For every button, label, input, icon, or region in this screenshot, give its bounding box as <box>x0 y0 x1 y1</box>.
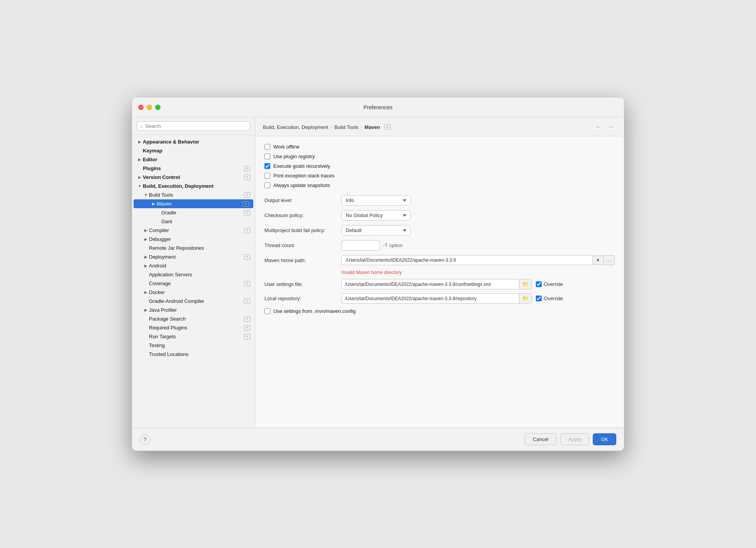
sidebar-item-label: Testing <box>149 342 250 348</box>
local-repo-input[interactable] <box>342 294 519 303</box>
sidebar-item-trusted-locations[interactable]: Trusted Locations <box>132 350 255 359</box>
execute-goals-checkbox[interactable] <box>264 163 270 169</box>
sidebar-item-package-search[interactable]: Package Search ≡ <box>132 314 255 323</box>
search-input-wrap[interactable]: ⌕ <box>137 121 250 131</box>
output-level-select[interactable]: Info Quiet Error Warn Debug <box>341 195 411 206</box>
checksum-policy-select[interactable]: No Global Policy Ignore Warn Fail <box>341 210 411 221</box>
execute-goals-label: Execute goals recursively <box>273 163 330 169</box>
nav-forward-button[interactable]: → <box>605 123 616 131</box>
sidebar-item-deployment[interactable]: ▶ Deployment ≡ <box>132 252 255 261</box>
breadcrumb-sep-2: › <box>361 125 362 129</box>
local-repo-override-wrap: Override <box>536 296 563 301</box>
sidebar-item-debugger[interactable]: ▶ Debugger <box>132 235 255 244</box>
search-box: ⌕ <box>132 117 255 135</box>
minimize-button[interactable] <box>147 105 152 110</box>
user-settings-override-label: Override <box>544 281 563 287</box>
sidebar-item-label: Package Search <box>149 316 244 322</box>
sidebar-item-label: Remote Jar Repositories <box>149 245 250 251</box>
breadcrumb-part-3: Maven <box>365 124 380 130</box>
user-settings-override-checkbox[interactable] <box>536 281 542 287</box>
close-button[interactable] <box>138 105 144 110</box>
sidebar-item-gradle[interactable]: Gradle ≡ <box>132 208 255 217</box>
user-settings-input[interactable] <box>342 280 519 289</box>
expand-arrow-icon: ▶ <box>143 308 149 312</box>
maven-home-input[interactable] <box>341 255 593 265</box>
main-panel: Build, Execution, Deployment › Build Too… <box>255 117 624 428</box>
sidebar-item-coverage[interactable]: Coverage ≡ <box>132 279 255 288</box>
always-update-label: Always update snapshots <box>273 182 330 188</box>
sidebar-item-app-servers[interactable]: Application Servers <box>132 270 255 279</box>
maven-home-error: Invalid Maven home directory <box>341 270 615 275</box>
work-offline-checkbox[interactable] <box>264 144 270 150</box>
sidebar-item-remote-jar[interactable]: Remote Jar Repositories <box>132 244 255 252</box>
sidebar-item-label: Gradle-Android Compiler <box>149 298 244 304</box>
expand-arrow-icon: ▼ <box>137 184 143 188</box>
thread-count-row: Thread count -T option <box>264 240 615 251</box>
expand-arrow-icon: ▶ <box>137 157 143 162</box>
nav-back-button[interactable]: ← <box>593 123 604 131</box>
sidebar-item-label: Build, Execution, Deployment <box>143 183 250 189</box>
maven-home-dropdown-button[interactable]: ▼ <box>593 256 604 265</box>
search-input[interactable] <box>145 123 247 129</box>
sidebar-item-label: Plugins <box>143 165 244 171</box>
badge-icon: ≡ <box>244 166 250 171</box>
expand-arrow-icon: ▶ <box>137 140 143 144</box>
help-button[interactable]: ? <box>140 434 151 445</box>
sidebar-item-testing[interactable]: Testing <box>132 341 255 350</box>
sidebar-item-build-tools[interactable]: ▼ Build Tools ≡ <box>132 190 255 199</box>
badge-icon: ≡ <box>244 175 250 180</box>
use-settings-mvn-checkbox[interactable] <box>264 308 270 314</box>
thread-count-input[interactable] <box>341 240 380 251</box>
always-update-row[interactable]: Always update snapshots <box>264 182 615 188</box>
sidebar-item-label: Run Targets <box>149 334 244 339</box>
sidebar-item-plugins[interactable]: Plugins ≡ <box>132 164 255 173</box>
breadcrumb-settings-icon: ≡ <box>385 124 391 130</box>
sidebar-item-gant[interactable]: Gant <box>132 217 255 226</box>
sidebar-item-editor[interactable]: ▶ Editor <box>132 155 255 164</box>
cancel-button[interactable]: Cancel <box>525 433 556 445</box>
sidebar-item-java-profiler[interactable]: ▶ Java Profiler <box>132 306 255 314</box>
sidebar-item-compiler[interactable]: ▶ Compiler ≡ <box>132 226 255 235</box>
bottom-bar: ? Cancel Apply OK <box>132 428 624 451</box>
use-plugin-registry-row[interactable]: Use plugin registry <box>264 154 615 159</box>
use-plugin-registry-checkbox[interactable] <box>264 154 270 159</box>
sidebar-item-label: Docker <box>149 289 250 295</box>
checksum-policy-label: Checksum policy: <box>264 212 341 218</box>
user-settings-folder-button[interactable]: 📁 <box>519 279 532 289</box>
sidebar-item-label: Editor <box>143 157 250 162</box>
multiproject-policy-row: Multiproject build fail policy: Default … <box>264 225 615 236</box>
multiproject-policy-select[interactable]: Default Fail at end Fail never Fail fast <box>341 225 411 236</box>
sidebar-item-gradle-android[interactable]: Gradle-Android Compiler ≡ <box>132 297 255 306</box>
always-update-checkbox[interactable] <box>264 182 270 188</box>
maximize-button[interactable] <box>155 105 161 110</box>
sidebar-item-keymap[interactable]: Keymap <box>132 146 255 155</box>
print-exceptions-row[interactable]: Print exception stack traces <box>264 173 615 179</box>
checksum-policy-row: Checksum policy: No Global Policy Ignore… <box>264 210 615 221</box>
sidebar-item-label: Gradle <box>161 210 244 216</box>
badge-icon: ≡ <box>244 281 250 286</box>
use-settings-mvn-row[interactable]: Use settings from .mvn/maven.config <box>264 308 615 314</box>
breadcrumb-part-1: Build, Execution, Deployment <box>263 124 328 130</box>
sidebar-item-appearance[interactable]: ▶ Appearance & Behavior <box>132 137 255 146</box>
local-repo-override-checkbox[interactable] <box>536 296 542 301</box>
local-repo-folder-button[interactable]: 📁 <box>519 294 532 303</box>
execute-goals-row[interactable]: Execute goals recursively <box>264 163 615 169</box>
sidebar-item-required-plugins[interactable]: Required Plugins ≡ <box>132 323 255 332</box>
sidebar-item-version-control[interactable]: ▶ Version Control ≡ <box>132 173 255 182</box>
maven-home-browse-button[interactable]: … <box>604 255 615 265</box>
work-offline-row[interactable]: Work offline <box>264 144 615 150</box>
ok-button[interactable]: OK <box>593 433 616 445</box>
panel-content: Work offline Use plugin registry Execute… <box>255 136 624 428</box>
print-exceptions-checkbox[interactable] <box>264 173 270 179</box>
sidebar-item-docker[interactable]: ▶ Docker <box>132 288 255 297</box>
user-settings-override-wrap: Override <box>536 281 563 287</box>
sidebar-item-label: Trusted Locations <box>149 351 250 357</box>
expand-arrow-icon: ▶ <box>151 202 157 206</box>
apply-button[interactable]: Apply <box>560 433 589 445</box>
sidebar-item-run-targets[interactable]: Run Targets ≡ <box>132 332 255 341</box>
sidebar-item-label: Application Servers <box>149 272 250 277</box>
sidebar-item-maven[interactable]: ▶ Maven ≡ <box>134 199 253 208</box>
expand-arrow-icon: ▶ <box>143 290 149 294</box>
sidebar-item-android[interactable]: ▶ Android <box>132 261 255 270</box>
sidebar-item-build-execution[interactable]: ▼ Build, Execution, Deployment <box>132 182 255 190</box>
